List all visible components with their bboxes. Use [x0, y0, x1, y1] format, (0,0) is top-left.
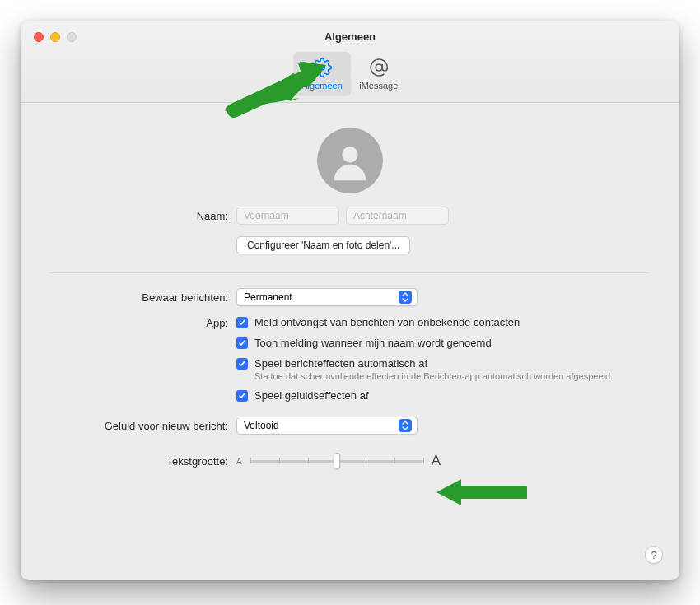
sound-new-message-label: Geluid voor nieuw bericht: — [50, 420, 236, 432]
checkbox-sound-effects[interactable] — [236, 390, 248, 402]
person-icon — [326, 137, 374, 184]
chevron-updown-icon — [399, 291, 412, 304]
checkbox-sound-effects-label: Speel geluidseffecten af — [254, 389, 369, 402]
gear-icon — [312, 58, 332, 79]
checkbox-name-mentioned-label: Toon melding wanneer mijn naam wordt gen… — [254, 337, 492, 349]
tab-general-label: Algemeen — [301, 81, 343, 91]
checkbox-unknown-contacts-label: Meld ontvangst van berichten van onbeken… — [254, 316, 520, 328]
tab-imessage[interactable]: iMessage — [351, 52, 407, 96]
sound-new-message-value: Voltooid — [244, 420, 279, 431]
text-size-min-icon: A — [236, 457, 242, 466]
message-effects-subtext: Sta toe dat schermvullende effecten in d… — [254, 371, 613, 381]
help-icon: ? — [651, 549, 656, 561]
toolbar-tabs: Algemeen iMessage — [293, 52, 407, 96]
last-name-field[interactable] — [346, 207, 449, 225]
checkbox-message-effects-label: Speel berichteffecten automatisch af — [254, 357, 613, 370]
text-size-label: Tekstgrootte: — [50, 455, 236, 468]
name-label: Naam: — [50, 210, 236, 222]
window-title: Algemeen — [21, 30, 679, 43]
chevron-updown-icon — [399, 419, 412, 432]
sound-new-message-select[interactable]: Voltooid — [236, 417, 418, 435]
text-size-slider[interactable] — [250, 453, 423, 469]
checkbox-unknown-contacts[interactable] — [236, 317, 248, 328]
first-name-field[interactable] — [236, 207, 339, 225]
svg-point-2 — [342, 147, 357, 162]
checkbox-name-mentioned[interactable] — [236, 337, 248, 349]
app-label: App: — [50, 316, 236, 329]
help-button[interactable]: ? — [645, 546, 663, 564]
preferences-window: Algemeen Algemeen iMessage Naam: — [21, 21, 679, 580]
tab-imessage-label: iMessage — [359, 81, 398, 91]
configure-name-photo-button[interactable]: Configureer 'Naam en foto delen'... — [236, 236, 410, 254]
svg-point-0 — [376, 64, 382, 71]
divider — [50, 272, 650, 273]
checkbox-message-effects[interactable] — [236, 358, 248, 370]
text-size-max-icon: A — [432, 453, 441, 469]
keep-messages-label: Bewaar berichten: — [50, 291, 236, 304]
titlebar: Algemeen Algemeen iMessage — [21, 21, 679, 103]
keep-messages-value: Permanent — [244, 291, 292, 303]
at-sign-icon — [369, 58, 389, 79]
avatar[interactable] — [317, 128, 383, 193]
tab-general[interactable]: Algemeen — [293, 52, 351, 96]
keep-messages-select[interactable]: Permanent — [236, 288, 418, 306]
content-area: Naam: Configureer 'Naam en foto delen'..… — [21, 103, 679, 580]
